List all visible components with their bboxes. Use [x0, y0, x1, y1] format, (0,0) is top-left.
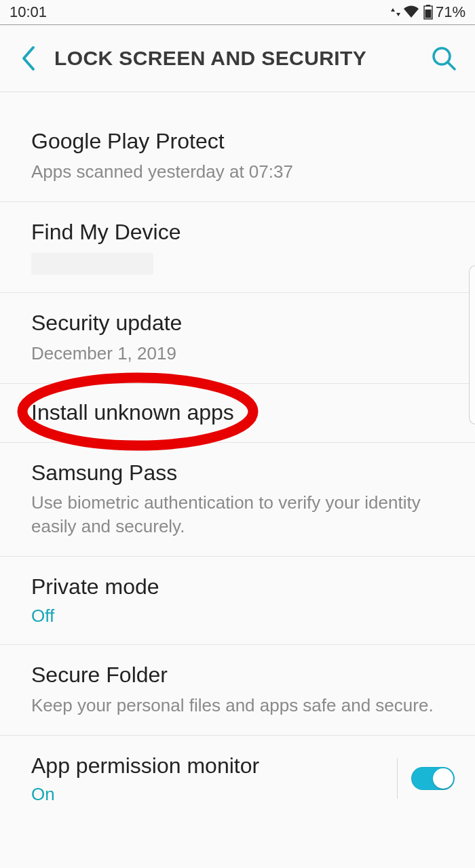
svg-rect-2: [425, 9, 431, 18]
item-title: App permission monitor: [31, 752, 389, 781]
item-subtitle: Apps scanned yesterday at 07:37: [31, 160, 455, 184]
item-title: Google Play Protect: [31, 127, 455, 156]
app-header: LOCK SCREEN AND SECURITY: [0, 24, 475, 92]
item-private-mode[interactable]: Private mode Off: [0, 557, 475, 645]
item-subtitle-redacted: [31, 253, 153, 275]
item-value: Off: [31, 606, 455, 627]
item-find-my-device[interactable]: Find My Device: [0, 202, 475, 294]
search-icon: [430, 45, 457, 72]
chevron-left-icon: [20, 45, 37, 72]
item-samsung-pass[interactable]: Samsung Pass Use biometric authenticatio…: [0, 443, 475, 557]
status-bar: 10:01 71%: [0, 0, 475, 24]
item-title: Security update: [31, 309, 455, 338]
back-button[interactable]: [8, 38, 49, 79]
status-time: 10:01: [10, 3, 47, 21]
page-title: LOCK SCREEN AND SECURITY: [49, 47, 425, 70]
battery-percent: 71%: [436, 3, 466, 21]
toggle-knob: [433, 768, 453, 789]
vertical-divider: [397, 758, 398, 799]
item-value: On: [31, 784, 389, 805]
item-install-unknown-apps[interactable]: Install unknown apps: [0, 384, 475, 443]
item-subtitle: December 1, 2019: [31, 342, 455, 366]
item-title: Samsung Pass: [31, 459, 455, 488]
item-security-update[interactable]: Security update December 1, 2019: [0, 293, 475, 384]
item-title: Secure Folder: [31, 661, 455, 690]
item-secure-folder[interactable]: Secure Folder Keep your personal files a…: [0, 645, 475, 736]
item-google-play-protect[interactable]: Google Play Protect Apps scanned yesterd…: [0, 111, 475, 202]
item-title: Private mode: [31, 573, 455, 601]
settings-list: Google Play Protect Apps scanned yesterd…: [0, 92, 475, 812]
item-title: Find My Device: [31, 218, 455, 247]
item-subtitle: Keep your personal files and apps safe a…: [31, 694, 455, 717]
search-button[interactable]: [425, 39, 463, 77]
toggle-switch[interactable]: [411, 767, 455, 790]
battery-icon: [423, 5, 433, 20]
item-subtitle: Use biometric authentication to verify y…: [31, 491, 455, 538]
item-title: Install unknown apps: [31, 399, 455, 427]
svg-line-4: [448, 62, 455, 69]
status-icons: 71%: [390, 3, 466, 21]
item-app-permission-monitor[interactable]: App permission monitor On: [0, 736, 475, 812]
data-updown-icon: [390, 6, 402, 18]
wifi-icon: [403, 5, 419, 19]
